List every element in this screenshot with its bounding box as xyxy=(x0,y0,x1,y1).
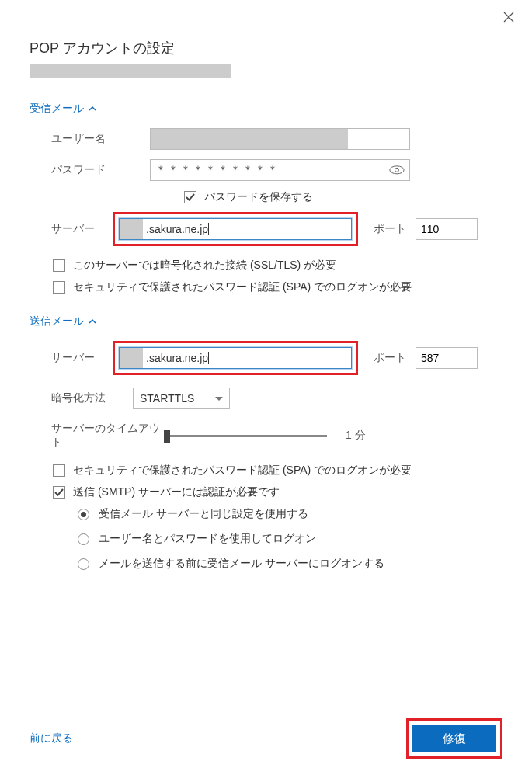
smtp-auth-label: 送信 (SMTP) サーバーには認証が必要です xyxy=(73,485,280,499)
password-value: ＊＊＊＊＊＊＊＊＊＊ xyxy=(155,163,280,177)
radio-user-pass-label: ユーザー名とパスワードを使用してログオン xyxy=(99,532,316,546)
incoming-ssl-checkbox[interactable] xyxy=(53,259,65,272)
eye-icon[interactable] xyxy=(389,165,405,176)
save-password-checkbox[interactable] xyxy=(184,191,196,203)
password-input[interactable]: ＊＊＊＊＊＊＊＊＊＊ xyxy=(150,159,410,181)
incoming-server-mask xyxy=(120,219,143,239)
incoming-section-header[interactable]: 受信メール xyxy=(30,102,502,116)
account-email-mask xyxy=(30,64,231,78)
password-label: パスワード xyxy=(30,163,150,177)
dropdown-triangle-icon xyxy=(215,397,223,401)
radio-logon-before-label: メールを送信する前に受信メール サーバーにログオンする xyxy=(99,557,384,571)
outgoing-server-value: .sakura.ne.jp xyxy=(143,352,208,364)
encryption-select[interactable]: STARTTLS xyxy=(133,388,230,409)
outgoing-spa-checkbox[interactable] xyxy=(53,464,65,477)
outgoing-port-label: ポート xyxy=(374,351,406,365)
svg-point-3 xyxy=(395,169,398,172)
close-icon xyxy=(503,12,514,23)
username-mask xyxy=(151,129,348,149)
incoming-server-value: .sakura.ne.jp xyxy=(143,223,208,235)
smtp-auth-checkbox[interactable] xyxy=(53,486,65,499)
chevron-up-icon xyxy=(89,105,96,113)
incoming-header-label: 受信メール xyxy=(30,102,84,116)
username-input[interactable] xyxy=(150,128,410,150)
close-button[interactable] xyxy=(501,9,516,25)
radio-logon-before-send[interactable] xyxy=(78,558,89,570)
incoming-port-label: ポート xyxy=(374,222,406,236)
encryption-label: 暗号化方法 xyxy=(51,391,133,405)
username-label: ユーザー名 xyxy=(30,132,150,146)
outgoing-section-header[interactable]: 送信メール xyxy=(30,315,502,328)
radio-same-as-incoming[interactable] xyxy=(78,509,89,520)
back-link[interactable]: 前に戻る xyxy=(30,732,73,746)
outgoing-header-label: 送信メール xyxy=(30,315,84,328)
incoming-server-highlight: .sakura.ne.jp xyxy=(113,212,358,246)
incoming-port-input[interactable] xyxy=(416,218,478,240)
outgoing-server-mask xyxy=(120,348,143,368)
timeout-value: 1 分 xyxy=(346,429,366,443)
chevron-up-icon xyxy=(89,318,96,325)
outgoing-port-input[interactable] xyxy=(416,347,478,369)
outgoing-spa-label: セキュリティで保護されたパスワード認証 (SPA) でのログオンが必要 xyxy=(73,464,412,478)
outgoing-server-label: サーバー xyxy=(30,351,113,365)
repair-button-highlight: 修復 xyxy=(406,718,502,759)
incoming-ssl-label: このサーバーでは暗号化された接続 (SSL/TLS) が必要 xyxy=(73,259,336,273)
encryption-value: STARTTLS xyxy=(140,392,194,405)
incoming-server-label: サーバー xyxy=(30,222,113,236)
incoming-server-input[interactable]: .sakura.ne.jp xyxy=(119,218,352,240)
save-password-label: パスワードを保存する xyxy=(204,190,313,204)
timeout-slider[interactable] xyxy=(164,435,327,437)
page-title: POP アカウントの設定 xyxy=(30,39,502,57)
incoming-spa-label: セキュリティで保護されたパスワード認証 (SPA) でのログオンが必要 xyxy=(73,280,412,294)
svg-point-2 xyxy=(390,166,404,174)
radio-same-label: 受信メール サーバーと同じ設定を使用する xyxy=(99,507,308,521)
text-cursor xyxy=(208,352,209,364)
incoming-spa-checkbox[interactable] xyxy=(53,281,65,294)
repair-button[interactable]: 修復 xyxy=(412,725,496,752)
outgoing-server-highlight: .sakura.ne.jp xyxy=(113,341,358,375)
text-cursor xyxy=(208,223,209,235)
outgoing-server-input[interactable]: .sakura.ne.jp xyxy=(119,347,352,369)
radio-user-pass[interactable] xyxy=(78,533,89,545)
slider-thumb[interactable] xyxy=(164,430,170,443)
timeout-label: サーバーのタイムアウト xyxy=(51,422,164,450)
